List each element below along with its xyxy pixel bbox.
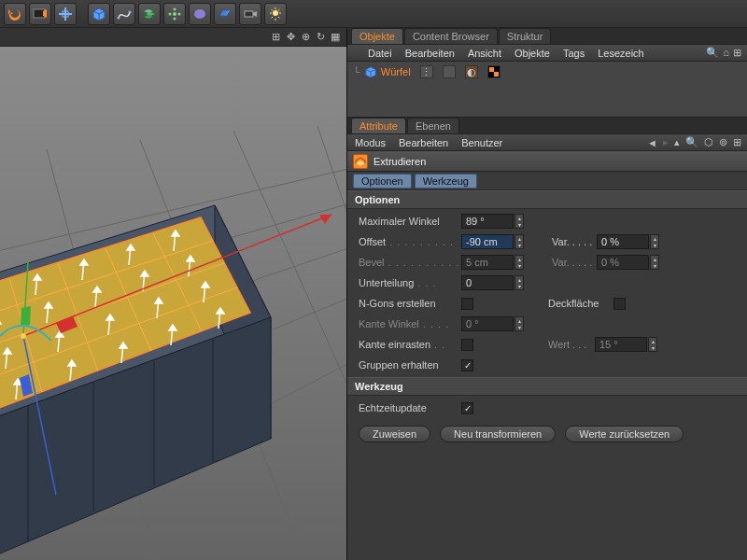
svg-point-8 xyxy=(169,12,172,15)
label-bevel: Bevel . . . . . . . . . . xyxy=(359,257,461,268)
svg-point-6 xyxy=(174,7,176,10)
svg-marker-85 xyxy=(21,306,31,327)
menu-bearbeiten2[interactable]: Bearbeiten xyxy=(399,137,448,148)
menu-modus[interactable]: Modus xyxy=(355,137,386,148)
spinner-bevel-var: ▴▾ xyxy=(650,255,659,270)
tree-item-wuerfel[interactable]: └ Würfel ⋮ ◐ xyxy=(353,65,741,78)
render-icon[interactable] xyxy=(29,3,51,25)
svg-point-10 xyxy=(194,9,205,19)
spinner-max-winkel[interactable]: ▴▾ xyxy=(514,214,524,229)
svg-rect-11 xyxy=(245,11,253,17)
vp-layout-icon[interactable]: ▦ xyxy=(330,32,341,43)
tool-name: Extrudieren xyxy=(374,156,426,167)
cube-icon xyxy=(364,65,377,78)
svg-line-23 xyxy=(317,126,347,345)
svg-rect-89 xyxy=(494,72,499,77)
check-gruppen[interactable]: ✓ xyxy=(461,359,473,371)
search-icon[interactable]: 🔍 xyxy=(706,47,719,59)
svg-point-7 xyxy=(174,17,176,20)
3d-viewport[interactable]: ⊞ ✥ ⊕ ↻ ▦ xyxy=(0,28,347,560)
tree-branch-icon: └ xyxy=(353,66,360,77)
tab-content-browser[interactable]: Content Browser xyxy=(404,28,498,44)
spinner-kante-winkel: ▴▾ xyxy=(514,316,524,331)
button-neu-transformieren[interactable]: Neu transformieren xyxy=(440,426,556,442)
label-unterteilung: Unterteilung . . . xyxy=(359,277,461,288)
menu-bearbeiten[interactable]: Bearbeiten xyxy=(405,48,455,59)
expand-icon2[interactable]: ⊞ xyxy=(733,136,741,148)
label-deckflaeche: Deckfläche xyxy=(548,298,613,309)
input-wert: 15 ° xyxy=(595,337,647,352)
objects-menubar: Datei Bearbeiten Ansicht Objekte Tags Le… xyxy=(347,45,747,62)
visibility-slot[interactable]: ⋮ xyxy=(420,65,433,78)
plane-icon[interactable] xyxy=(214,3,236,25)
spline-icon[interactable] xyxy=(113,3,135,25)
menu-ansicht[interactable]: Ansicht xyxy=(468,48,501,59)
vp-zoom-icon[interactable]: ⊕ xyxy=(300,32,311,43)
input-offset[interactable]: -90 cm xyxy=(461,234,514,249)
menu-benutzer[interactable]: Benutzer xyxy=(461,137,502,148)
tool-header: Extrudieren xyxy=(347,151,747,172)
input-bevel: 5 cm xyxy=(461,255,514,270)
tab-attribute[interactable]: Attribute xyxy=(351,118,406,133)
svg-point-13 xyxy=(273,10,278,16)
nav-up-icon[interactable]: ▴ xyxy=(674,136,680,148)
array-icon[interactable] xyxy=(138,3,161,25)
menu-tags[interactable]: Tags xyxy=(563,48,585,59)
cloner-icon[interactable] xyxy=(163,3,186,25)
spinner-bevel: ▴▾ xyxy=(514,255,524,270)
tab-struktur[interactable]: Struktur xyxy=(499,28,552,44)
label-gruppen: Gruppen erhalten xyxy=(359,359,461,371)
button-werte-zuruecksetzen[interactable]: Werte zurücksetzen xyxy=(565,426,684,442)
home-icon[interactable]: ⌂ xyxy=(723,47,729,59)
vp-rotate-icon[interactable]: ↻ xyxy=(315,32,326,43)
label-kante-winkel: Kante Winkel . . . . xyxy=(359,318,461,329)
vp-grid-icon[interactable]: ⊞ xyxy=(270,32,281,43)
main-toolbar xyxy=(0,0,747,28)
spinner-offset[interactable]: ▴▾ xyxy=(514,234,524,249)
target-icon[interactable]: ⊚ xyxy=(719,136,727,148)
input-unterteilung[interactable]: 0 xyxy=(461,275,514,290)
spinner-wert: ▴▾ xyxy=(648,337,657,352)
search-icon2[interactable]: 🔍 xyxy=(685,136,698,148)
check-echtzeit[interactable]: ✓ xyxy=(461,402,473,414)
object-tree[interactable]: └ Würfel ⋮ ◐ xyxy=(347,62,747,118)
svg-marker-12 xyxy=(253,11,257,17)
metaball-icon[interactable] xyxy=(189,3,211,25)
label-kante-einrasten: Kante einrasten . . xyxy=(359,339,461,350)
tab-ebenen[interactable]: Ebenen xyxy=(407,118,459,133)
check-ngons[interactable] xyxy=(461,298,473,310)
cross-icon[interactable] xyxy=(54,3,77,25)
phong-tag-icon[interactable]: ◐ xyxy=(465,65,478,78)
label-offset: Offset . . . . . . . . . xyxy=(359,236,461,247)
camera-icon[interactable] xyxy=(239,3,261,25)
svg-point-9 xyxy=(178,12,181,15)
menu-lesezeichen[interactable]: Lesezeich xyxy=(598,48,644,59)
menu-objekte[interactable]: Objekte xyxy=(514,48,550,59)
input-bevel-var: 0 % xyxy=(597,255,649,270)
nav-back-icon[interactable]: ◄ xyxy=(647,137,657,148)
viewport-header: ⊞ ✥ ⊕ ↻ ▦ xyxy=(0,28,346,47)
layer-slot[interactable] xyxy=(443,65,456,78)
undo-icon[interactable] xyxy=(4,3,26,25)
expand-icon[interactable]: ⊞ xyxy=(733,47,741,59)
lock-icon[interactable]: ⬡ xyxy=(704,136,713,148)
cube-prim-icon[interactable] xyxy=(88,3,110,25)
tab-objekte[interactable]: Objekte xyxy=(351,28,403,44)
menu-datei[interactable]: Datei xyxy=(368,48,392,59)
svg-rect-88 xyxy=(489,67,494,72)
check-kante-einrasten[interactable] xyxy=(461,339,473,351)
vp-move-icon[interactable]: ✥ xyxy=(285,32,296,43)
subtab-werkzeug[interactable]: Werkzeug xyxy=(415,174,477,189)
light-icon[interactable] xyxy=(264,3,287,25)
uvw-tag-icon[interactable] xyxy=(487,65,500,78)
tree-item-label: Würfel xyxy=(381,66,411,77)
spinner-offset-var[interactable]: ▴▾ xyxy=(650,234,659,249)
spinner-unterteilung[interactable]: ▴▾ xyxy=(514,275,524,290)
nav-fwd-icon[interactable]: ▸ xyxy=(663,136,669,148)
check-deckflaeche[interactable] xyxy=(613,298,626,310)
input-offset-var[interactable]: 0 % xyxy=(597,234,649,249)
subtab-optionen[interactable]: Optionen xyxy=(353,174,412,189)
svg-point-86 xyxy=(21,333,26,339)
input-max-winkel[interactable]: 89 ° xyxy=(461,214,514,229)
button-zuweisen[interactable]: Zuweisen xyxy=(359,426,430,442)
